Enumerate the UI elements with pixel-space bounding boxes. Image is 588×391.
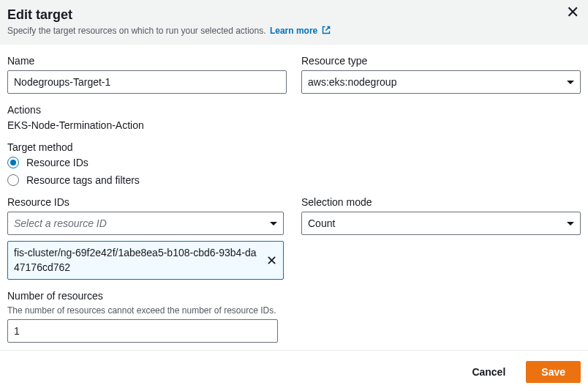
external-link-icon [322, 26, 331, 34]
cancel-button[interactable]: Cancel [457, 361, 520, 383]
close-button[interactable]: ✕ [566, 4, 579, 21]
selection-mode-select[interactable]: Count [301, 212, 581, 235]
dialog-subtitle: Specify the target resources on which to… [7, 26, 576, 36]
resource-type-select[interactable]: aws:eks:nodegroup [301, 70, 581, 94]
learn-more-link[interactable]: Learn more [270, 26, 331, 36]
dialog-body: Name Resource type aws:eks:nodegroup Act… [0, 45, 588, 350]
actions-label: Actions [7, 104, 581, 116]
dialog-footer: Cancel Save [0, 350, 588, 391]
selection-mode-label: Selection mode [301, 196, 581, 208]
dialog-title: Edit target [7, 7, 576, 23]
name-input[interactable] [7, 70, 287, 94]
radio-resource-tags[interactable]: Resource tags and filters [7, 174, 581, 186]
target-method-radio-group: Resource IDs Resource tags and filters [7, 157, 581, 186]
resource-type-label: Resource type [301, 55, 581, 67]
radio-resource-ids[interactable]: Resource IDs [7, 157, 581, 168]
chevron-down-icon [567, 222, 574, 226]
target-method-label: Target method [7, 141, 581, 153]
chevron-down-icon [567, 81, 574, 84]
num-resources-label: Number of resources [7, 290, 581, 302]
radio-icon [7, 157, 19, 168]
resource-ids-label: Resource IDs [7, 196, 287, 208]
close-icon: ✕ [566, 3, 579, 21]
resource-id-chip: fis-cluster/ng-69f2e42f/1abe8ea5-b108-cb… [7, 241, 284, 280]
chevron-down-icon [270, 222, 277, 226]
actions-value: EKS-Node-Termination-Action [7, 119, 581, 131]
resource-ids-select[interactable]: Select a resource ID [7, 212, 284, 235]
num-resources-input[interactable] [7, 319, 278, 343]
name-label: Name [7, 55, 287, 67]
radio-icon [7, 174, 19, 186]
save-button[interactable]: Save [526, 361, 581, 383]
chip-remove-button[interactable]: ✕ [266, 254, 277, 267]
num-resources-hint: The number of resources cannot exceed th… [7, 305, 581, 316]
dialog-header: Edit target Specify the target resources… [0, 0, 588, 45]
close-icon: ✕ [266, 253, 277, 268]
